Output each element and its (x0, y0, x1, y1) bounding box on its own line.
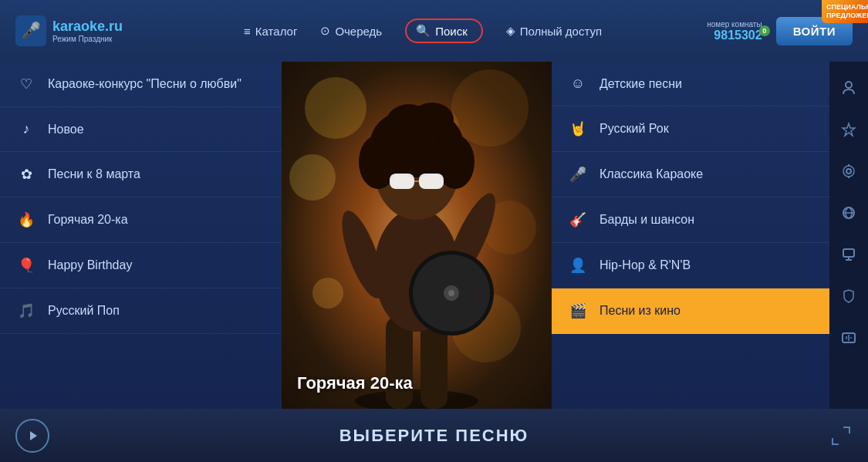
right-icon-4[interactable] (833, 193, 864, 233)
nav-queue[interactable]: ⊙ Очередь (320, 24, 382, 38)
left-sidebar-item[interactable]: ✿ Песни к 8 марта (0, 152, 282, 197)
right-item-label: Барды и шансон (599, 213, 694, 227)
right-item-icon: 🤘 (567, 120, 589, 137)
room-number: 9815302 0 (714, 29, 762, 42)
sidebar-item-icon: ♡ (15, 76, 37, 93)
nav-search[interactable]: 🔍 Поиск (405, 19, 483, 43)
logo-name: karaoke.ru (52, 19, 123, 33)
sidebar-item-icon: ✿ (15, 166, 37, 183)
right-panel-item[interactable]: 🎬 Песни из кино (552, 288, 829, 334)
right-item-icon: 🎬 (567, 302, 589, 319)
svg-point-21 (846, 82, 852, 88)
main-content: ♡ Караоке-конкурс "Песни о любви" ♪ Ново… (0, 62, 868, 409)
far-right-panel (829, 62, 868, 409)
left-sidebar-item[interactable]: 🔥 Горячая 20-ка (0, 197, 282, 243)
svg-point-23 (843, 166, 854, 177)
sidebar-item-icon: ♪ (15, 121, 37, 137)
logo-icon: 🎤 (15, 15, 46, 46)
logo-sub: Режим Праздник (52, 35, 123, 43)
sidebar-item-icon: 🎵 (15, 302, 37, 319)
left-sidebar-item[interactable]: ♪ Новое (0, 107, 282, 152)
special-badge: СПЕЦИАЛЬНОЕ ПРЕДЛОЖЕНИЕ (822, 0, 868, 23)
bokeh-overlay (282, 62, 552, 409)
right-panel-item[interactable]: 👤 Hip-Hop & R'N'B (552, 243, 829, 288)
svg-rect-15 (419, 174, 444, 189)
svg-point-13 (410, 103, 454, 137)
right-item-icon: 🎤 (567, 166, 589, 183)
svg-text:🎤: 🎤 (22, 21, 41, 39)
sidebar-item-label: Новое (48, 123, 84, 137)
right-icon-1[interactable] (833, 68, 864, 108)
right-item-label: Русский Рок (599, 122, 669, 136)
right-item-label: Классика Караоке (599, 167, 703, 181)
sidebar-item-label: Караоке-конкурс "Песни о любви" (48, 77, 241, 91)
nav-full-access[interactable]: ◈ Полный доступ (506, 24, 602, 38)
right-item-icon: ☺ (567, 76, 589, 92)
expand-icon[interactable] (829, 424, 853, 447)
room-badge: 0 (759, 25, 770, 36)
logo-text: karaoke.ru Режим Праздник (52, 19, 123, 43)
svg-rect-14 (390, 174, 414, 189)
search-icon: 🔍 (416, 24, 431, 38)
center-label: Горячая 20-ка (297, 373, 413, 393)
right-icon-2[interactable] (833, 110, 864, 150)
right-item-icon: 🎸 (567, 211, 589, 228)
svg-marker-36 (30, 431, 37, 440)
sidebar-item-label: Русский Поп (48, 304, 120, 318)
right-item-label: Песни из кино (599, 304, 681, 318)
logo-area: 🎤 karaoke.ru Режим Праздник (15, 15, 139, 46)
left-sidebar-item[interactable]: 🎵 Русский Поп (0, 288, 282, 334)
right-icon-6[interactable] (833, 276, 864, 316)
queue-icon: ⊙ (320, 24, 330, 38)
diamond-icon: ◈ (506, 24, 515, 38)
sidebar-item-icon: 🎈 (15, 257, 37, 274)
right-panel-item[interactable]: 🤘 Русский Рок (552, 106, 829, 152)
room-info: номер комнаты 9815302 0 (707, 20, 762, 42)
nav-items: ≡ Каталог ⊙ Очередь 🔍 Поиск ◈ Полный дос… (139, 19, 707, 43)
right-panel: ☺ Детские песни 🤘 Русский Рок 🎤 Классика… (552, 62, 829, 409)
sidebar-item-label: Горячая 20-ка (48, 213, 128, 227)
header: 🎤 karaoke.ru Режим Праздник ≡ Каталог ⊙ … (0, 0, 868, 62)
right-icon-7[interactable] (833, 318, 864, 358)
catalog-icon: ≡ (244, 25, 251, 38)
sidebar-item-label: Happy Birthday (48, 258, 132, 272)
right-panel-item[interactable]: ☺ Детские песни (552, 62, 829, 106)
right-item-label: Детские песни (599, 77, 682, 91)
sidebar-item-label: Песни к 8 марта (48, 167, 140, 181)
svg-point-22 (846, 169, 851, 174)
right-panel-item[interactable]: 🎤 Классика Караоке (552, 152, 829, 197)
right-icon-5[interactable] (833, 234, 864, 275)
sidebar-item-icon: 🔥 (15, 211, 37, 228)
left-sidebar-item[interactable]: ♡ Караоке-конкурс "Песни о любви" (0, 62, 282, 107)
bottom-bar: ВЫБЕРИТЕ ПЕСНЮ (0, 409, 868, 462)
left-sidebar-item[interactable]: 🎈 Happy Birthday (0, 243, 282, 288)
center-image: Горячая 20-ка (282, 62, 552, 409)
right-item-icon: 👤 (567, 257, 589, 274)
left-sidebar: ♡ Караоке-конкурс "Песни о любви" ♪ Ново… (0, 62, 282, 409)
play-button[interactable] (15, 419, 49, 453)
right-item-label: Hip-Hop & R'N'B (599, 258, 691, 272)
nav-catalog[interactable]: ≡ Каталог (244, 25, 297, 38)
right-panel-item[interactable]: 🎸 Барды и шансон (552, 197, 829, 243)
right-icon-3[interactable] (833, 151, 864, 191)
room-label: номер комнаты (707, 20, 762, 29)
select-song-text: ВЫБЕРИТЕ ПЕСНЮ (339, 426, 529, 446)
svg-rect-29 (843, 249, 854, 257)
